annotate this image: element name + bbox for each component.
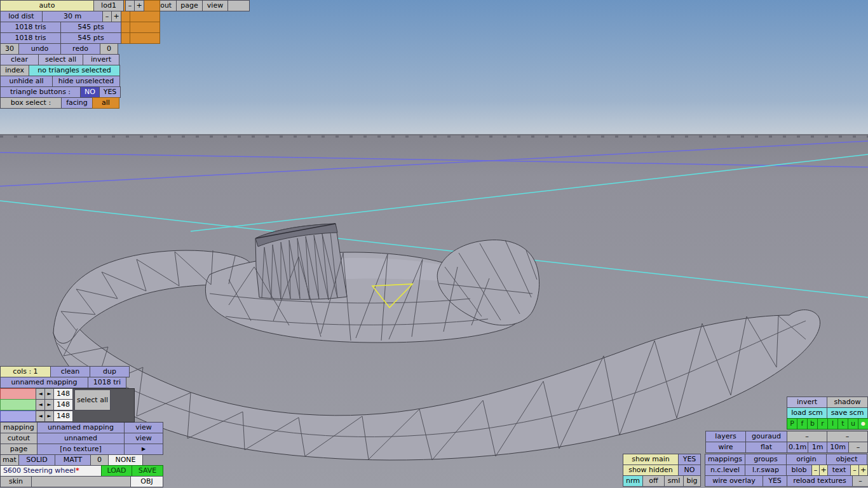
reload-dash-button[interactable]: –: [852, 475, 868, 487]
undo-button[interactable]: undo: [18, 43, 61, 55]
mapping-name[interactable]: unnamed mapping: [0, 377, 88, 388]
hide-unselected-button[interactable]: hide unselected: [52, 76, 120, 87]
nrm-button[interactable]: nrm: [623, 475, 643, 487]
lod-plus-button[interactable]: +: [134, 0, 144, 11]
wire-button[interactable]: wire: [705, 442, 746, 453]
channel-green-swatch[interactable]: [0, 399, 36, 410]
text-button[interactable]: text: [827, 464, 851, 476]
cols-button[interactable]: cols : 1: [0, 366, 51, 377]
page-next-button[interactable]: ▶: [124, 444, 163, 455]
unhide-all-button[interactable]: unhide all: [0, 76, 53, 87]
redo-button[interactable]: redo: [60, 43, 100, 55]
view-preset-dot-button[interactable]: ●: [858, 418, 868, 430]
lod-dist-value[interactable]: 30 m: [42, 11, 103, 22]
view-preset-left-button[interactable]: l: [827, 418, 838, 430]
skin-button[interactable]: skin: [0, 476, 32, 487]
layers-dash2-button[interactable]: –: [827, 431, 868, 442]
view-preset-back-button[interactable]: b: [807, 418, 818, 430]
dup-button[interactable]: dup: [90, 366, 130, 377]
mat-none-button[interactable]: NONE: [108, 454, 143, 466]
channel-red-swatch[interactable]: [0, 388, 36, 400]
view-preset-top-button[interactable]: t: [837, 418, 848, 430]
grid-dash-button[interactable]: –: [848, 442, 868, 453]
clear-button[interactable]: clear: [0, 54, 39, 65]
blue-value: 148: [53, 410, 73, 422]
reload-textures-button[interactable]: reload textures: [787, 475, 853, 487]
index-button[interactable]: index: [0, 65, 29, 76]
grid-01m-button[interactable]: 0.1m: [787, 442, 808, 453]
nrm-off-button[interactable]: off: [642, 475, 665, 487]
clean-button[interactable]: clean: [50, 366, 90, 377]
red-next-arrow[interactable]: ►: [44, 388, 54, 400]
triangle-buttons-yes[interactable]: YES: [99, 86, 121, 98]
menubar-filler: [227, 0, 250, 11]
groups-button[interactable]: groups: [745, 454, 787, 465]
view-preset-p-button[interactable]: P: [787, 418, 797, 430]
layers-dash-button[interactable]: –: [787, 431, 827, 442]
load-scm-button[interactable]: load scm: [787, 407, 827, 419]
shadow-button[interactable]: shadow: [827, 396, 868, 408]
red-prev-arrow[interactable]: ◄: [36, 388, 45, 400]
menu-item-page[interactable]: page: [176, 0, 203, 11]
lod-dist-label: lod dist: [0, 11, 43, 22]
green-next-arrow[interactable]: ►: [44, 399, 54, 410]
object-button[interactable]: object: [826, 454, 867, 465]
mapping-view-button[interactable]: view: [124, 422, 163, 433]
view-preset-under-button[interactable]: u: [848, 418, 858, 430]
model-name-field[interactable]: S600 Steering wheel*: [0, 465, 102, 477]
gouraud-button[interactable]: gouraud: [745, 431, 787, 442]
lr-swap-button[interactable]: l.r.swap: [745, 464, 787, 476]
blob-button[interactable]: blob: [786, 464, 812, 476]
box-select-all[interactable]: all: [92, 97, 119, 109]
flat-button[interactable]: flat: [745, 442, 787, 453]
lod-auto-button[interactable]: auto: [0, 0, 94, 11]
mat-solid-button[interactable]: SOLID: [18, 454, 55, 466]
page-row-value[interactable]: [no texture]: [37, 444, 125, 455]
view-preset-right-button[interactable]: r: [817, 418, 828, 430]
layers-button[interactable]: layers: [705, 431, 746, 442]
menu-item-view[interactable]: view: [202, 0, 228, 11]
grid-10m-button[interactable]: 10m: [827, 442, 849, 453]
mapping-row-value[interactable]: unnamed mapping: [37, 422, 125, 433]
blob-plus-button[interactable]: +: [819, 464, 828, 476]
blue-prev-arrow[interactable]: ◄: [36, 410, 45, 422]
invert-button[interactable]: invert: [83, 54, 119, 65]
green-prev-arrow[interactable]: ◄: [36, 399, 45, 410]
obj-button[interactable]: OBJ: [130, 476, 163, 487]
show-hidden-toggle[interactable]: NO: [678, 464, 701, 476]
nrm-sml-button[interactable]: sml: [664, 475, 684, 487]
grid-1m-button[interactable]: 1m: [808, 442, 827, 453]
nrm-big-button[interactable]: big: [683, 475, 701, 487]
wire-overlay-toggle[interactable]: YES: [763, 475, 787, 487]
lod-current-button[interactable]: lod1: [93, 0, 124, 11]
mat-matt-button[interactable]: MATT: [55, 454, 91, 466]
save-button[interactable]: SAVE: [132, 465, 163, 477]
cutout-row-value[interactable]: unnamed: [37, 433, 125, 444]
lod-minus-button[interactable]: –: [125, 0, 135, 11]
channel-select-all-button[interactable]: select all: [74, 390, 111, 410]
redo-count: 0: [100, 43, 118, 55]
cutout-view-button[interactable]: view: [124, 433, 163, 444]
box-select-facing[interactable]: facing: [61, 97, 93, 109]
invert-normals-button[interactable]: invert: [787, 396, 827, 408]
wire-overlay-button[interactable]: wire overlay: [705, 475, 763, 487]
save-scm-button[interactable]: save scm: [827, 407, 868, 419]
view-preset-front-button[interactable]: f: [797, 418, 808, 430]
text-minus-button[interactable]: –: [850, 464, 859, 476]
mapping-row-label: mapping: [0, 422, 37, 433]
mappings-button[interactable]: mappings: [705, 454, 745, 465]
blue-next-arrow[interactable]: ►: [44, 410, 54, 422]
load-button[interactable]: LOAD: [101, 465, 132, 477]
lod-dist-plus-button[interactable]: +: [111, 11, 121, 22]
text-plus-button[interactable]: +: [858, 464, 868, 476]
triangle-buttons-label: triangle buttons :: [0, 86, 81, 98]
channel-blue-swatch[interactable]: [0, 410, 36, 422]
show-main-toggle[interactable]: YES: [678, 454, 701, 465]
show-main-label: show main: [623, 454, 679, 465]
lod-dist-minus-button[interactable]: –: [102, 11, 112, 22]
selection-status: no triangles selected: [29, 65, 120, 76]
triangle-buttons-no[interactable]: NO: [80, 86, 100, 98]
origin-button[interactable]: origin: [786, 454, 827, 465]
select-all-button[interactable]: select all: [38, 54, 83, 65]
nc-level-button[interactable]: n.c.level: [705, 464, 745, 476]
